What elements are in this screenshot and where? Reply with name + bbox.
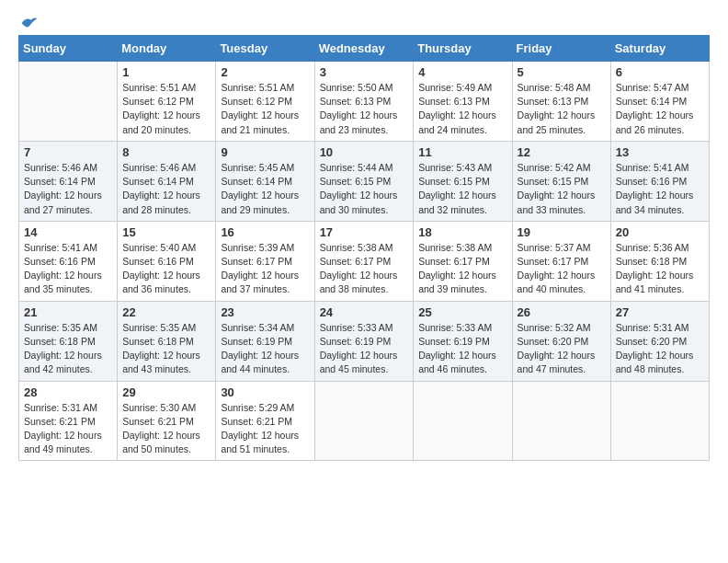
day-number: 9: [221, 145, 309, 159]
calendar-day-header: Saturday: [610, 36, 709, 62]
calendar-day-header: Thursday: [414, 36, 512, 62]
day-info: Sunrise: 5:30 AM Sunset: 6:21 PM Dayligh…: [122, 401, 210, 457]
day-info: Sunrise: 5:43 AM Sunset: 6:15 PM Dayligh…: [418, 161, 506, 217]
day-info: Sunrise: 5:32 AM Sunset: 6:20 PM Dayligh…: [518, 321, 606, 377]
day-number: 4: [418, 65, 506, 79]
day-number: 22: [122, 305, 210, 319]
day-number: 27: [616, 305, 704, 319]
calendar-week-row: 7Sunrise: 5:46 AM Sunset: 6:14 PM Daylig…: [19, 141, 710, 221]
calendar-day-header: Friday: [512, 36, 610, 62]
day-number: 5: [518, 65, 606, 79]
page-header: [18, 15, 710, 28]
calendar-cell: 8Sunrise: 5:46 AM Sunset: 6:14 PM Daylig…: [118, 141, 216, 221]
calendar-cell: 17Sunrise: 5:38 AM Sunset: 6:17 PM Dayli…: [314, 221, 414, 301]
day-info: Sunrise: 5:41 AM Sunset: 6:16 PM Dayligh…: [616, 161, 704, 217]
day-info: Sunrise: 5:31 AM Sunset: 6:20 PM Dayligh…: [616, 321, 704, 377]
day-number: 15: [122, 225, 210, 239]
calendar-cell: 22Sunrise: 5:35 AM Sunset: 6:18 PM Dayli…: [118, 301, 216, 381]
calendar-cell: 3Sunrise: 5:50 AM Sunset: 6:13 PM Daylig…: [314, 62, 414, 142]
calendar-cell: 25Sunrise: 5:33 AM Sunset: 6:19 PM Dayli…: [414, 301, 512, 381]
day-info: Sunrise: 5:50 AM Sunset: 6:13 PM Dayligh…: [320, 81, 409, 137]
day-info: Sunrise: 5:51 AM Sunset: 6:12 PM Dayligh…: [221, 81, 309, 137]
calendar-cell: [610, 381, 709, 461]
calendar-cell: 6Sunrise: 5:47 AM Sunset: 6:14 PM Daylig…: [610, 62, 709, 142]
day-info: Sunrise: 5:46 AM Sunset: 6:14 PM Dayligh…: [122, 161, 210, 217]
calendar-week-row: 1Sunrise: 5:51 AM Sunset: 6:12 PM Daylig…: [19, 62, 710, 142]
logo: [18, 15, 39, 28]
calendar-cell: 5Sunrise: 5:48 AM Sunset: 6:13 PM Daylig…: [512, 62, 610, 142]
calendar-cell: 13Sunrise: 5:41 AM Sunset: 6:16 PM Dayli…: [610, 141, 709, 221]
day-info: Sunrise: 5:48 AM Sunset: 6:13 PM Dayligh…: [518, 81, 606, 137]
day-info: Sunrise: 5:29 AM Sunset: 6:21 PM Dayligh…: [221, 401, 309, 457]
calendar-cell: 21Sunrise: 5:35 AM Sunset: 6:18 PM Dayli…: [19, 301, 118, 381]
day-info: Sunrise: 5:51 AM Sunset: 6:12 PM Dayligh…: [122, 81, 210, 137]
day-number: 2: [221, 65, 309, 79]
calendar-cell: [512, 381, 610, 461]
day-info: Sunrise: 5:31 AM Sunset: 6:21 PM Dayligh…: [24, 401, 112, 457]
calendar-cell: 30Sunrise: 5:29 AM Sunset: 6:21 PM Dayli…: [216, 381, 314, 461]
calendar-cell: 14Sunrise: 5:41 AM Sunset: 6:16 PM Dayli…: [19, 221, 118, 301]
day-number: 3: [320, 65, 409, 79]
day-info: Sunrise: 5:42 AM Sunset: 6:15 PM Dayligh…: [518, 161, 606, 217]
calendar-cell: 11Sunrise: 5:43 AM Sunset: 6:15 PM Dayli…: [414, 141, 512, 221]
day-number: 18: [418, 225, 506, 239]
calendar-cell: 15Sunrise: 5:40 AM Sunset: 6:16 PM Dayli…: [118, 221, 216, 301]
day-number: 12: [518, 145, 606, 159]
calendar-week-row: 28Sunrise: 5:31 AM Sunset: 6:21 PM Dayli…: [19, 381, 710, 461]
calendar-cell: 12Sunrise: 5:42 AM Sunset: 6:15 PM Dayli…: [512, 141, 610, 221]
day-number: 1: [122, 65, 210, 79]
day-info: Sunrise: 5:46 AM Sunset: 6:14 PM Dayligh…: [24, 161, 112, 217]
day-info: Sunrise: 5:44 AM Sunset: 6:15 PM Dayligh…: [320, 161, 409, 217]
calendar-day-header: Wednesday: [314, 36, 414, 62]
calendar-cell: [19, 62, 118, 142]
calendar-cell: 29Sunrise: 5:30 AM Sunset: 6:21 PM Dayli…: [118, 381, 216, 461]
day-info: Sunrise: 5:33 AM Sunset: 6:19 PM Dayligh…: [320, 321, 409, 377]
day-info: Sunrise: 5:35 AM Sunset: 6:18 PM Dayligh…: [122, 321, 210, 377]
calendar-cell: 16Sunrise: 5:39 AM Sunset: 6:17 PM Dayli…: [216, 221, 314, 301]
calendar-cell: 26Sunrise: 5:32 AM Sunset: 6:20 PM Dayli…: [512, 301, 610, 381]
day-number: 29: [122, 385, 210, 399]
day-info: Sunrise: 5:38 AM Sunset: 6:17 PM Dayligh…: [418, 241, 506, 297]
day-info: Sunrise: 5:36 AM Sunset: 6:18 PM Dayligh…: [616, 241, 704, 297]
day-number: 24: [320, 305, 409, 319]
day-number: 6: [616, 65, 704, 79]
calendar-week-row: 21Sunrise: 5:35 AM Sunset: 6:18 PM Dayli…: [19, 301, 710, 381]
day-info: Sunrise: 5:34 AM Sunset: 6:19 PM Dayligh…: [221, 321, 309, 377]
calendar-cell: 24Sunrise: 5:33 AM Sunset: 6:19 PM Dayli…: [314, 301, 414, 381]
calendar-cell: 18Sunrise: 5:38 AM Sunset: 6:17 PM Dayli…: [414, 221, 512, 301]
day-info: Sunrise: 5:49 AM Sunset: 6:13 PM Dayligh…: [418, 81, 506, 137]
calendar-day-header: Sunday: [19, 36, 118, 62]
day-info: Sunrise: 5:41 AM Sunset: 6:16 PM Dayligh…: [24, 241, 112, 297]
day-number: 30: [221, 385, 309, 399]
day-number: 14: [24, 225, 112, 239]
calendar-cell: [414, 381, 512, 461]
calendar-table: SundayMondayTuesdayWednesdayThursdayFrid…: [18, 35, 710, 461]
calendar-day-header: Tuesday: [216, 36, 314, 62]
day-number: 16: [221, 225, 309, 239]
calendar-cell: 7Sunrise: 5:46 AM Sunset: 6:14 PM Daylig…: [19, 141, 118, 221]
logo-bird-icon: [20, 15, 39, 31]
day-number: 25: [418, 305, 506, 319]
calendar-cell: 9Sunrise: 5:45 AM Sunset: 6:14 PM Daylig…: [216, 141, 314, 221]
calendar-cell: 28Sunrise: 5:31 AM Sunset: 6:21 PM Dayli…: [19, 381, 118, 461]
day-info: Sunrise: 5:45 AM Sunset: 6:14 PM Dayligh…: [221, 161, 309, 217]
day-info: Sunrise: 5:47 AM Sunset: 6:14 PM Dayligh…: [616, 81, 704, 137]
calendar-cell: 27Sunrise: 5:31 AM Sunset: 6:20 PM Dayli…: [610, 301, 709, 381]
calendar-header-row: SundayMondayTuesdayWednesdayThursdayFrid…: [19, 36, 710, 62]
day-number: 19: [518, 225, 606, 239]
calendar-cell: 4Sunrise: 5:49 AM Sunset: 6:13 PM Daylig…: [414, 62, 512, 142]
calendar-cell: 10Sunrise: 5:44 AM Sunset: 6:15 PM Dayli…: [314, 141, 414, 221]
day-number: 8: [122, 145, 210, 159]
calendar-cell: 19Sunrise: 5:37 AM Sunset: 6:17 PM Dayli…: [512, 221, 610, 301]
calendar-day-header: Monday: [118, 36, 216, 62]
day-number: 17: [320, 225, 409, 239]
day-number: 26: [518, 305, 606, 319]
day-info: Sunrise: 5:39 AM Sunset: 6:17 PM Dayligh…: [221, 241, 309, 297]
calendar-cell: 2Sunrise: 5:51 AM Sunset: 6:12 PM Daylig…: [216, 62, 314, 142]
day-number: 28: [24, 385, 112, 399]
day-number: 21: [24, 305, 112, 319]
calendar-cell: 1Sunrise: 5:51 AM Sunset: 6:12 PM Daylig…: [118, 62, 216, 142]
calendar-cell: 20Sunrise: 5:36 AM Sunset: 6:18 PM Dayli…: [610, 221, 709, 301]
day-info: Sunrise: 5:35 AM Sunset: 6:18 PM Dayligh…: [24, 321, 112, 377]
calendar-cell: 23Sunrise: 5:34 AM Sunset: 6:19 PM Dayli…: [216, 301, 314, 381]
